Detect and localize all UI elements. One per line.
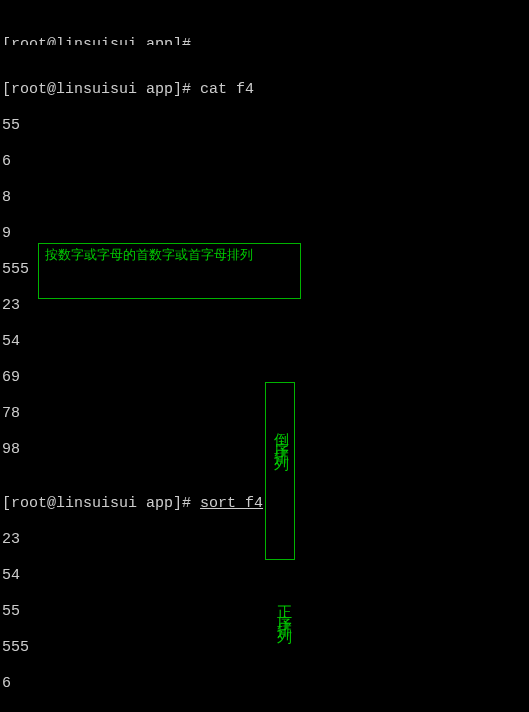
annotation-vertical-numeric: 正序排列	[276, 594, 294, 626]
shell-prompt: [root@linsuisui app]#	[2, 81, 200, 98]
output-line: 54	[2, 567, 527, 585]
prompt-line[interactable]: [root@linsuisui app]# cat f4	[2, 81, 527, 99]
annotation-text: 按数字或字母的首数字或首字母排列	[45, 247, 253, 262]
annotation-box-r-flag	[265, 382, 295, 560]
output-line: 54	[2, 333, 527, 351]
annotation-box-sort-default: 按数字或字母的首数字或首字母排列	[38, 243, 301, 299]
output-line: 55	[2, 117, 527, 135]
command-text: cat f4	[200, 81, 254, 98]
output-line: 6	[2, 153, 527, 171]
command-text: sort f4	[200, 495, 263, 512]
output-line: 55	[2, 603, 527, 621]
output-line: 6	[2, 675, 527, 693]
output-line: 9	[2, 225, 527, 243]
terminal-output: [root@linsuisui app]# [root@linsuisui ap…	[0, 0, 529, 712]
output-line: 555	[2, 639, 527, 657]
shell-prompt: [root@linsuisui app]#	[2, 495, 200, 512]
output-line: 8	[2, 189, 527, 207]
truncated-line: [root@linsuisui app]#	[2, 36, 527, 45]
output-line: 23	[2, 297, 527, 315]
annotation-vertical-reverse: 倒序排列	[273, 421, 291, 453]
